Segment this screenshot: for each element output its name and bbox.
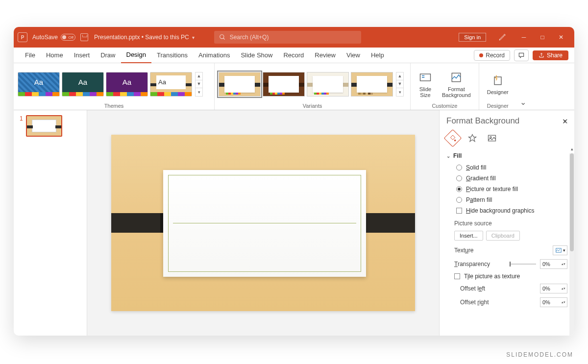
ribbon-tabs: File Home Insert Draw Design Transitions…	[14, 48, 574, 63]
tab-file[interactable]: File	[20, 48, 41, 63]
tab-transitions[interactable]: Transitions	[151, 48, 193, 63]
sign-in-button[interactable]: Sign in	[459, 33, 486, 42]
pane-title: Format Background	[446, 116, 519, 126]
theme-thumb[interactable]: Aa	[150, 72, 192, 97]
svg-rect-3	[420, 74, 431, 81]
record-button[interactable]: Record	[474, 50, 510, 61]
theme-thumb[interactable]: Aa	[62, 72, 104, 97]
transparency-slider[interactable]	[510, 264, 536, 265]
tab-help[interactable]: Help	[366, 48, 390, 63]
svg-point-2	[504, 34, 505, 36]
watermark: SLIDEMODEL.COM	[506, 351, 573, 358]
toggle-switch[interactable]: Off	[61, 34, 75, 41]
themes-gallery-arrows[interactable]: ▲▼▾	[195, 72, 203, 97]
document-title[interactable]: Presentation.pptx • Saved to this PC	[94, 34, 189, 41]
app-window: P AutoSave Off Presentation.pptx • Saved…	[14, 27, 574, 336]
svg-point-6	[454, 140, 456, 141]
autosave-toggle[interactable]: AutoSave Off	[32, 34, 75, 41]
slide-canvas[interactable]	[87, 110, 439, 336]
fill-section-header[interactable]: ⌄Fill	[440, 149, 574, 162]
gradient-fill-radio[interactable]: Gradient fill	[440, 173, 574, 184]
divider-line	[173, 223, 356, 223]
slide-thumb-1[interactable]: 1	[14, 115, 87, 137]
transparency-input[interactable]: 0%▴▾	[540, 259, 567, 269]
share-button[interactable]: Share	[533, 50, 568, 60]
themes-group-label: Themes	[18, 102, 210, 109]
tab-record[interactable]: Record	[278, 48, 309, 63]
tab-view[interactable]: View	[341, 48, 366, 63]
variants-group: ▲▼▾ Variants	[215, 63, 411, 110]
chevron-down-icon: ⌄	[446, 153, 450, 159]
slide-size-label: Slide Size	[419, 86, 431, 98]
value: 0%	[542, 299, 550, 305]
svg-line-1	[223, 38, 224, 40]
powerpoint-icon: P	[18, 32, 27, 42]
variant-thumb[interactable]	[263, 72, 305, 97]
designer-button[interactable]: Designer	[483, 67, 513, 101]
tab-draw[interactable]: Draw	[95, 48, 121, 63]
autosave-label: AutoSave	[32, 34, 58, 41]
picture-tab-icon[interactable]	[486, 132, 498, 145]
radio-label: Picture or texture fill	[466, 186, 518, 193]
save-icon[interactable]	[80, 33, 88, 41]
comments-button[interactable]	[514, 49, 529, 61]
effects-tab-icon[interactable]	[466, 132, 479, 145]
offset-right-input[interactable]: 0%▴▾	[540, 297, 567, 307]
minimize-button[interactable]: ─	[514, 27, 533, 48]
tab-animations[interactable]: Animations	[193, 48, 235, 63]
radio-label: Gradient fill	[466, 175, 496, 182]
designer-label: Designer	[487, 89, 509, 95]
tab-review[interactable]: Review	[309, 48, 341, 63]
tab-design[interactable]: Design	[121, 48, 151, 63]
coming-soon-icon[interactable]	[493, 27, 512, 48]
share-label: Share	[547, 52, 563, 59]
ribbon: Aa Aa Aa Aa ▲▼▾ Themes ▲▼▾ Variants	[14, 63, 574, 110]
theme-thumb[interactable]: Aa	[18, 72, 60, 97]
clipboard-button: Clipboard	[486, 231, 520, 241]
placeholder-border	[168, 175, 361, 272]
picture-source-label: Picture source	[440, 216, 574, 229]
fill-tab-icon[interactable]	[444, 129, 462, 147]
offset-left-input[interactable]: 0%▴▾	[540, 284, 567, 293]
collapse-ribbon-button[interactable]: ⌄	[516, 63, 530, 110]
value: 0%	[542, 286, 550, 291]
pane-scrollbar[interactable]: ▴	[569, 153, 574, 336]
variant-thumb[interactable]	[307, 72, 349, 97]
search-input[interactable]: Search (Alt+Q)	[214, 31, 361, 44]
insert-picture-button[interactable]: Insert...	[454, 231, 483, 241]
hide-graphics-checkbox[interactable]: Hide background graphics	[440, 205, 574, 216]
designer-group-label: Designer	[483, 102, 513, 109]
record-dot-icon	[479, 53, 483, 57]
record-label: Record	[486, 52, 505, 59]
customize-group-label: Customize	[415, 102, 475, 109]
title-card[interactable]	[163, 170, 366, 277]
maximize-button[interactable]: □	[533, 27, 552, 48]
variant-thumb[interactable]	[219, 72, 261, 97]
radio-label: Solid fill	[466, 164, 486, 171]
tile-checkbox[interactable]: Tile picture as texture	[440, 271, 574, 282]
close-pane-button[interactable]: ✕	[562, 117, 568, 126]
themes-group: Aa Aa Aa Aa ▲▼▾ Themes	[14, 63, 215, 110]
tab-slideshow[interactable]: Slide Show	[235, 48, 278, 63]
format-background-button[interactable]: Format Background	[438, 67, 475, 101]
variants-gallery-arrows[interactable]: ▲▼▾	[396, 72, 404, 97]
offset-right-label: Offset right	[460, 299, 540, 306]
slide-preview	[26, 115, 62, 137]
transparency-label: Transparency	[454, 261, 506, 267]
designer-group: Designer Designer	[479, 63, 516, 110]
variant-thumb[interactable]	[351, 72, 393, 97]
radio-label: Pattern fill	[466, 196, 492, 203]
solid-fill-radio[interactable]: Solid fill	[440, 162, 574, 173]
title-bar: P AutoSave Off Presentation.pptx • Saved…	[14, 27, 574, 48]
slide-size-button[interactable]: Slide Size	[415, 67, 436, 101]
theme-thumb[interactable]: Aa	[106, 72, 148, 97]
tab-home[interactable]: Home	[41, 48, 69, 63]
pattern-fill-radio[interactable]: Pattern fill	[440, 194, 574, 205]
chevron-down-icon[interactable]: ▾	[192, 35, 195, 40]
picture-fill-radio[interactable]: Picture or texture fill	[440, 184, 574, 194]
tab-insert[interactable]: Insert	[69, 48, 96, 63]
search-icon	[219, 34, 226, 41]
close-button[interactable]: ✕	[552, 27, 570, 48]
svg-point-0	[220, 35, 223, 39]
texture-picker[interactable]: ▾	[553, 245, 567, 255]
